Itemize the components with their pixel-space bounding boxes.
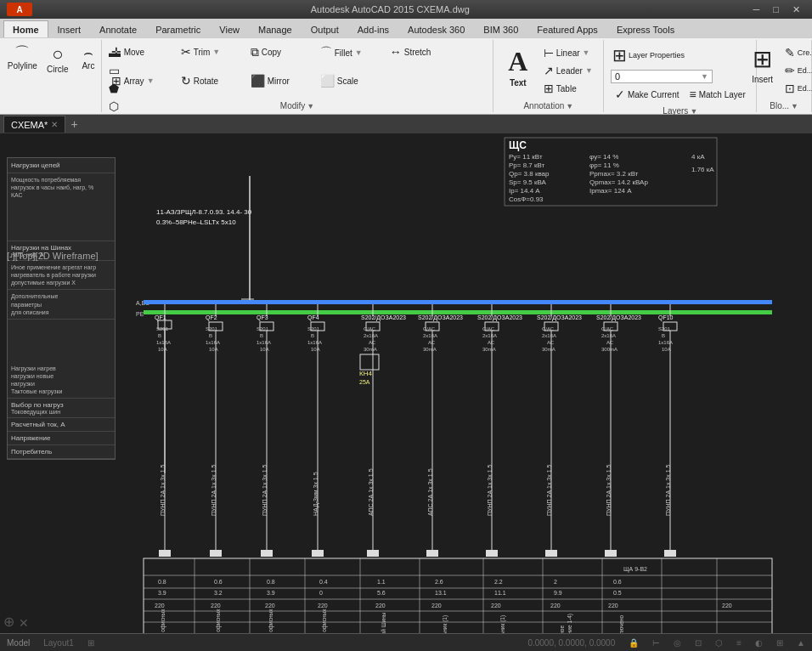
drawing-area[interactable]: [-][Top][2D Wireframe] Нагрузки цепей Мо… xyxy=(0,133,812,633)
status-bar: Model Layout1 ⊞ 0.0000, 0.0000, 0.0000 🔒… xyxy=(0,633,812,651)
svg-rect-82 xyxy=(426,550,438,557)
table-button[interactable]: ⊞ Table xyxy=(539,80,597,97)
maximize-button[interactable]: □ xyxy=(768,4,784,15)
tab-autodesk360[interactable]: Autodesk 360 xyxy=(398,20,474,37)
tab-annotate[interactable]: Annotate xyxy=(90,20,146,37)
rotate-button[interactable]: ↻ Rotate xyxy=(177,72,245,89)
stretch-button[interactable]: ↔ Stretch xyxy=(386,43,454,60)
svg-text:S201: S201 xyxy=(658,326,671,331)
trim-button[interactable]: ✂ Trim ▼ xyxy=(177,43,245,60)
tab-view[interactable]: View xyxy=(210,20,249,37)
status-annotscale[interactable]: ▲ xyxy=(797,638,805,648)
insert-button[interactable]: ⊞ Insert xyxy=(747,43,778,87)
make-current-button[interactable]: ✓ Make Current xyxy=(611,86,684,103)
svg-text:Розетки офисных: Розетки офисных xyxy=(321,609,328,633)
doc-tab-close[interactable]: ✕ xyxy=(51,120,58,129)
panel-section-7: Выбор по нагруз Токоведущих шин xyxy=(8,399,115,418)
minimize-button[interactable]: ─ xyxy=(748,4,765,15)
close-button[interactable]: ✕ xyxy=(787,4,805,15)
panel-section-4: Иное применение агрегат нагрнагреватель … xyxy=(8,261,115,290)
tab-parametric[interactable]: Parametric xyxy=(146,20,210,37)
drawing-svg: ЩС Ру= 11 кВт Рр= 8.7 кВт Qр= 3.8 квар S… xyxy=(119,133,805,633)
create-block-button[interactable]: ✎ Cre... xyxy=(781,44,812,61)
tab-manage[interactable]: Manage xyxy=(249,20,302,37)
status-3dosnap[interactable]: ⬡ xyxy=(715,638,723,648)
svg-text:АС: АС xyxy=(547,340,555,345)
svg-text:КН4: КН4 xyxy=(359,370,372,377)
modify-expander[interactable]: ▼ xyxy=(307,102,314,110)
arc-button[interactable]: ⌢ Arc xyxy=(75,43,102,73)
svg-text:5.6: 5.6 xyxy=(377,590,386,596)
status-ortho[interactable]: ⊢ xyxy=(652,638,660,648)
svg-text:АС: АС xyxy=(488,340,495,345)
status-selection[interactable]: ⊞ xyxy=(776,638,783,648)
svg-text:CosФ=0.93: CosФ=0.93 xyxy=(509,195,544,203)
tab-output[interactable]: Output xyxy=(302,20,348,37)
status-lineweight[interactable]: ≡ xyxy=(736,638,742,648)
array-button[interactable]: ⊞ Array ▼ xyxy=(107,72,175,89)
svg-text:С/АС: С/АС xyxy=(601,326,614,331)
layer-properties-button[interactable]: ⊞ Layer Properties xyxy=(611,43,686,67)
scale-button[interactable]: ⬜ Scale xyxy=(316,72,384,89)
status-layout1[interactable]: Layout1 xyxy=(43,638,74,648)
status-polar[interactable]: ◎ xyxy=(674,638,681,648)
tab-home[interactable]: Home xyxy=(3,20,48,37)
svg-text:0.6: 0.6 xyxy=(613,579,622,585)
line-button[interactable]: ╱ Line xyxy=(0,43,3,76)
close-indicator[interactable]: ✕ xyxy=(19,616,29,630)
svg-text:φу=  14 %: φу= 14 % xyxy=(589,153,618,161)
status-lock[interactable]: 🔒 xyxy=(629,638,639,648)
new-tab-button[interactable]: + xyxy=(67,117,81,131)
circle-button[interactable]: ○ Circle xyxy=(42,43,73,76)
svg-text:11-АЗ/ЗРЩЛ-8.7.0.93. 14.4- 30: 11-АЗ/ЗРЩЛ-8.7.0.93. 14.4- 30 xyxy=(156,208,252,216)
svg-text:ЩА 9-В2: ЩА 9-В2 xyxy=(623,566,647,573)
tab-express[interactable]: Express Tools xyxy=(607,20,684,37)
status-osnap[interactable]: ⊡ xyxy=(695,638,702,648)
svg-text:220: 220 xyxy=(211,603,221,609)
tab-addins[interactable]: Add-ins xyxy=(348,20,398,37)
crosshair-indicator: ⊕ xyxy=(3,614,14,630)
copy-button[interactable]: ⧉ Copy xyxy=(246,43,314,61)
svg-text:QF2: QF2 xyxy=(206,314,217,321)
tab-insert[interactable]: Insert xyxy=(48,20,91,37)
tab-featured[interactable]: Featured Apps xyxy=(527,20,607,37)
svg-text:В: В xyxy=(158,333,161,338)
mirror-button[interactable]: ⬛ Mirror xyxy=(246,72,314,89)
svg-text:Рр=  8.7 кВт: Рр= 8.7 кВт xyxy=(509,161,545,169)
svg-text:φр=  11 %: φр= 11 % xyxy=(589,161,619,169)
layers-expander[interactable]: ▼ xyxy=(690,107,697,116)
match-layer-button[interactable]: ≡ Match Layer xyxy=(685,86,750,103)
polyline-button[interactable]: ⌒ Polyline xyxy=(4,43,41,73)
svg-text:В: В xyxy=(311,333,314,338)
annotation-expander[interactable]: ▼ xyxy=(566,102,573,110)
status-grid[interactable]: ⊞ xyxy=(87,638,94,648)
linear-button[interactable]: ⊢ Linear ▼ xyxy=(539,44,597,61)
leader-button[interactable]: ↗ Leader ▼ xyxy=(539,62,597,79)
block-expander[interactable]: ▼ xyxy=(791,102,798,110)
svg-text:3.2: 3.2 xyxy=(214,590,223,596)
edit-block-button[interactable]: ✏ Ed... xyxy=(781,62,812,79)
status-transparency[interactable]: ◐ xyxy=(755,638,763,648)
svg-text:2x16А: 2x16А xyxy=(423,333,437,338)
svg-text:АПС 2А 1х 3х 1.5: АПС 2А 1х 3х 1.5 xyxy=(427,468,433,516)
panel-section-10: Потребитель xyxy=(8,445,115,459)
status-model[interactable]: Model xyxy=(7,638,30,648)
svg-text:Розетки офисных: Розетки офисных xyxy=(268,609,274,633)
svg-text:2x16А: 2x16А xyxy=(542,333,556,338)
text-button[interactable]: A Text xyxy=(499,43,537,90)
workspace: [-][Top][2D Wireframe] Нагрузки цепей Мо… xyxy=(0,133,812,633)
svg-text:Светильник (1): Светильник (1) xyxy=(442,615,448,633)
svg-text:13.1: 13.1 xyxy=(435,590,447,596)
svg-text:С/АС: С/АС xyxy=(542,326,555,331)
svg-text:Аварийное: Аварийное xyxy=(559,626,566,633)
layer-dropdown[interactable]: 0 ▼ xyxy=(611,70,713,83)
svg-rect-43 xyxy=(210,550,222,557)
fillet-button[interactable]: ⌒ Fillet ▼ xyxy=(316,43,384,62)
doc-tab-cxema[interactable]: CXEMA* ✕ xyxy=(3,116,65,133)
svg-text:1.76 кА: 1.76 кА xyxy=(691,166,714,173)
svg-text:РЕ: РЕ xyxy=(136,311,144,317)
tab-bim360[interactable]: BIM 360 xyxy=(474,20,527,37)
edit2-block-button[interactable]: ⊡ Ed... xyxy=(781,80,812,97)
move-button[interactable]: ✛ Move xyxy=(107,43,175,60)
svg-text:10А: 10А xyxy=(311,347,320,352)
